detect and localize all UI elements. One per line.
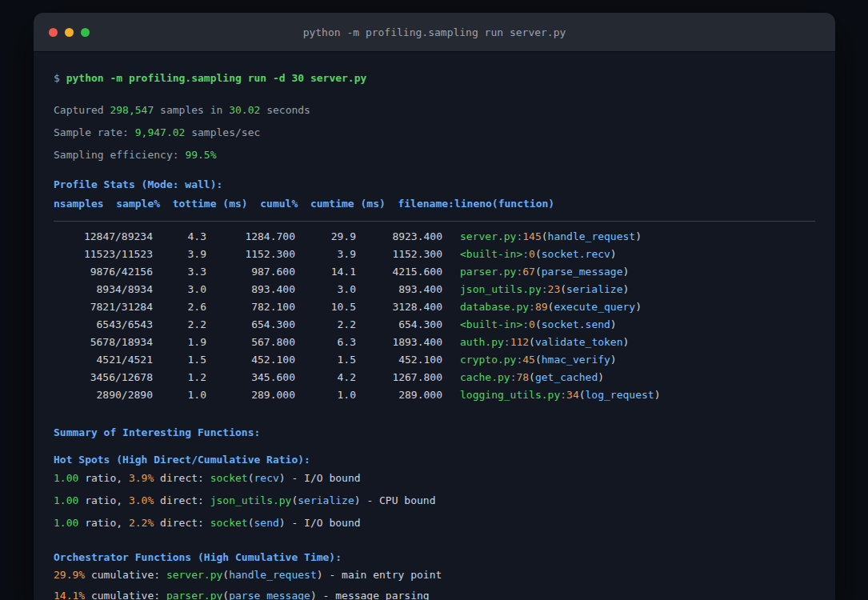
filename: json_utils.py xyxy=(460,283,542,295)
filename: auth.py xyxy=(460,336,504,348)
profile-table-row: 5678/189341.9567.8006.31893.400auth.py:1… xyxy=(54,334,815,351)
nsamples-cell: 11523/11523 xyxy=(54,246,153,263)
function-ref: json_utils.py(serialize) xyxy=(210,494,361,506)
function-name: serialize xyxy=(566,283,622,295)
cumul-pct-cell: 14.1 xyxy=(295,263,356,281)
function-ref: parser.py(parse_message) xyxy=(166,590,317,600)
function-name: parse_message xyxy=(542,266,623,278)
sample-rate-value: 9,947.02 xyxy=(135,126,186,138)
cumul-pct-cell: 6.3 xyxy=(295,334,356,351)
cumul-pct-cell: 4.2 xyxy=(295,369,356,386)
nsamples-cell: 8934/8934 xyxy=(54,281,153,298)
function-ref-cell: cache.py:78(get_cached) xyxy=(442,369,815,386)
ratio-value: 1.00 xyxy=(54,494,78,506)
cumtime-cell: 3128.400 xyxy=(356,298,442,316)
function-ref-cell: database.py:89(execute_query) xyxy=(442,298,815,316)
command-line: $ python -m profiling.sampling run -d 30… xyxy=(54,71,815,86)
command-text: python -m profiling.sampling run -d 30 s… xyxy=(66,72,367,84)
bound-note: - CPU bound xyxy=(366,494,435,506)
tottime-cell: 987.600 xyxy=(206,263,295,281)
hotspot-row: 1.00 ratio, 3.0% direct: json_utils.py(s… xyxy=(54,490,815,512)
nsamples-cell: 5678/18934 xyxy=(54,334,153,351)
profile-table-row: 7821/312842.6782.10010.53128.400database… xyxy=(54,298,815,316)
filename: database.py xyxy=(460,301,529,313)
function-name: serialize xyxy=(298,494,354,506)
cumul-pct-cell: 3.9 xyxy=(295,246,356,263)
function-name: send xyxy=(254,517,279,529)
cumtime-cell: 1267.800 xyxy=(356,369,442,386)
hot-spots-list: 1.00 ratio, 3.9% direct: socket(recv) - … xyxy=(54,467,815,534)
filename: server.py xyxy=(460,230,516,242)
profile-table-row: 2890/28901.0289.0001.0289.000logging_uti… xyxy=(54,386,815,404)
function-ref-cell: logging_utils.py:34(log_request) xyxy=(442,386,815,404)
terminal-output[interactable]: $ python -m profiling.sampling run -d 30… xyxy=(34,52,835,600)
profile-table-row: 9876/421563.3987.60014.14215.600parser.p… xyxy=(54,263,815,281)
sampling-efficiency-line: Sampling efficiency: 99.5% xyxy=(54,144,815,166)
cumulative-pct: 14.1% xyxy=(54,590,85,600)
nsamples-cell: 12847/89234 xyxy=(54,228,153,246)
summary-title: Summary of Interesting Functions: xyxy=(54,426,815,440)
direct-pct: 3.0% xyxy=(129,494,154,506)
function-ref-cell: server.py:145(handle_request) xyxy=(442,228,815,246)
line-number: 78 xyxy=(516,371,529,383)
cumul-pct-cell: 3.0 xyxy=(295,281,356,298)
tottime-cell: 1152.300 xyxy=(206,246,295,263)
profile-table-header: nsamples sample% tottime (ms) cumul% cum… xyxy=(54,197,815,211)
function-name: recv xyxy=(254,472,279,484)
function-name: handle_request xyxy=(548,230,636,242)
orchestrator-row: 14.1% cumulative: parser.py(parse_messag… xyxy=(54,586,815,600)
function-ref-cell: parser.py:67(parse_message) xyxy=(442,263,815,281)
cumul-pct-cell: 1.0 xyxy=(295,386,356,404)
profile-table-row: 4521/45211.5452.1001.5452.100crypto.py:4… xyxy=(54,351,815,369)
shell-prompt: $ xyxy=(54,72,60,84)
function-ref: server.py(handle_request) xyxy=(166,569,323,581)
module-name: server.py xyxy=(166,569,222,581)
filename: <built-in> xyxy=(460,248,522,260)
function-name: get_cached xyxy=(535,371,598,383)
ratio-value: 1.00 xyxy=(54,517,78,529)
profile-table-row: 6543/65432.2654.3002.2654.300<built-in>:… xyxy=(54,316,815,334)
function-name: socket.send xyxy=(542,318,610,330)
sample-pct-cell: 2.6 xyxy=(153,298,206,316)
line-number: 45 xyxy=(522,354,535,366)
ratio-value: 1.00 xyxy=(54,472,78,484)
line-number: 34 xyxy=(566,389,579,401)
function-name: validate_token xyxy=(535,336,623,348)
nsamples-cell: 4521/4521 xyxy=(54,351,153,369)
tottime-cell: 782.100 xyxy=(206,298,295,316)
tottime-cell: 893.400 xyxy=(206,281,295,298)
hotspot-row: 1.00 ratio, 2.2% direct: socket(send) - … xyxy=(54,512,815,534)
tottime-cell: 1284.700 xyxy=(206,228,295,246)
cumulative-pct: 29.9% xyxy=(54,569,85,581)
profile-table-separator xyxy=(54,221,815,222)
sample-pct-cell: 2.2 xyxy=(153,316,206,334)
sample-pct-cell: 3.0 xyxy=(153,281,206,298)
module-name: socket xyxy=(210,517,248,529)
line-number: 23 xyxy=(548,283,561,295)
nsamples-cell: 7821/31284 xyxy=(54,298,153,316)
sample-pct-cell: 3.3 xyxy=(153,263,206,281)
role-note: - message parsing xyxy=(323,590,430,600)
capture-duration: 30.02 xyxy=(229,104,260,116)
filename: parser.py xyxy=(460,266,516,278)
cumtime-cell: 893.400 xyxy=(356,281,442,298)
cumtime-cell: 1152.300 xyxy=(356,246,442,263)
line-number: 89 xyxy=(535,301,548,313)
window-titlebar[interactable]: python -m profiling.sampling run server.… xyxy=(34,13,835,52)
filename: cache.py xyxy=(460,371,510,383)
tottime-cell: 654.300 xyxy=(206,316,295,334)
function-ref-cell: <built-in>:0(socket.send) xyxy=(442,316,815,334)
function-ref-cell: auth.py:112(validate_token) xyxy=(442,334,815,351)
sample-pct-cell: 4.3 xyxy=(153,228,206,246)
function-ref-cell: <built-in>:0(socket.recv) xyxy=(442,246,815,263)
module-name: parser.py xyxy=(166,590,222,600)
profile-table-row: 3456/126781.2345.6004.21267.800cache.py:… xyxy=(54,369,815,386)
function-name: hmac_verify xyxy=(542,354,610,366)
cumtime-cell: 452.100 xyxy=(356,351,442,369)
tottime-cell: 452.100 xyxy=(206,351,295,369)
tottime-cell: 567.800 xyxy=(206,334,295,351)
cumul-pct-cell: 29.9 xyxy=(295,228,356,246)
profile-table-row: 11523/115233.91152.3003.91152.300<built-… xyxy=(54,246,815,263)
filename: <built-in> xyxy=(460,318,522,330)
orchestrator-list: 29.9% cumulative: server.py(handle_reque… xyxy=(54,565,815,600)
